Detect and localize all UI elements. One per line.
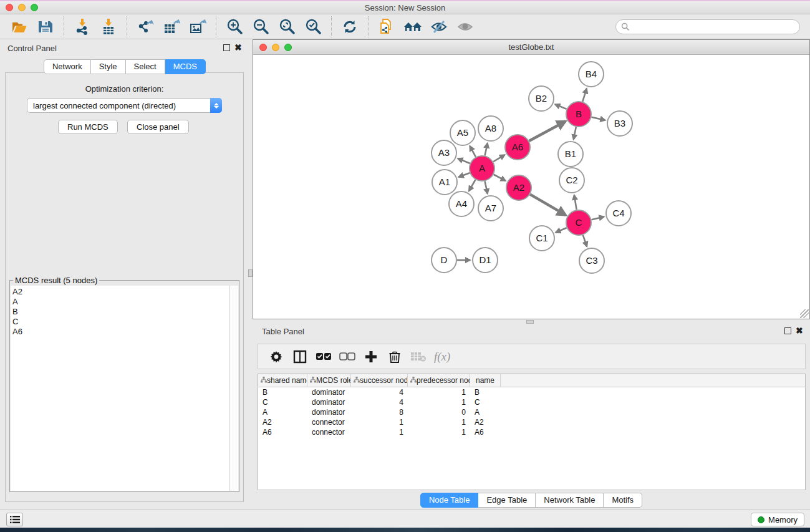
- import-table-icon[interactable]: [98, 16, 119, 37]
- edge-B-B1[interactable]: [574, 127, 576, 140]
- tab-edge-table[interactable]: Edge Table: [478, 493, 536, 508]
- result-list-item[interactable]: A: [12, 297, 229, 307]
- result-list-item[interactable]: A2: [12, 287, 229, 297]
- edge-B-B3[interactable]: [591, 117, 605, 120]
- column-header-predecessor-nodes[interactable]: predecessor nodes: [408, 374, 470, 387]
- network-graph[interactable]: B4B2BB3A5A8A6A3B1AA1A2C2A4A7C4CC1C3DD1: [253, 55, 809, 319]
- edge-B-B2[interactable]: [555, 104, 566, 109]
- toolbar-separator: [368, 16, 369, 37]
- tab-network[interactable]: Network: [44, 59, 91, 74]
- tab-select[interactable]: Select: [126, 59, 165, 74]
- window-resize-grip[interactable]: [800, 309, 809, 318]
- edge-A2-C[interactable]: [530, 195, 566, 215]
- result-list-item[interactable]: A6: [12, 327, 229, 337]
- export-image-icon[interactable]: [187, 16, 208, 37]
- result-list-item[interactable]: C: [12, 317, 229, 327]
- vertical-splitter-handle[interactable]: [248, 269, 253, 277]
- edge-A-A5[interactable]: [470, 146, 476, 157]
- zoom-selected-icon[interactable]: [302, 16, 324, 37]
- close-window-button[interactable]: [6, 4, 13, 11]
- apply-function-icon[interactable]: f(x): [434, 350, 450, 364]
- result-list-item[interactable]: B: [12, 307, 229, 317]
- unselect-all-columns-icon[interactable]: [338, 347, 357, 366]
- horizontal-splitter-handle[interactable]: [526, 320, 534, 324]
- select-all-columns-icon[interactable]: [314, 347, 333, 366]
- mcds-result-group: MCDS result (5 nodes) A2ABCA6: [9, 280, 239, 492]
- mcds-result-title: MCDS result (5 nodes): [13, 276, 99, 285]
- tab-node-table[interactable]: Node Table: [420, 493, 479, 508]
- toolbar-separator: [216, 16, 216, 37]
- table-toolbar: f(x): [258, 344, 806, 369]
- zoom-out-icon[interactable]: [250, 16, 271, 37]
- search-input[interactable]: [615, 19, 800, 34]
- app-titlebar: Session: New Session: [0, 1, 810, 14]
- task-history-button[interactable]: [6, 513, 23, 526]
- close-network-button[interactable]: [259, 44, 267, 51]
- export-network-icon[interactable]: [135, 16, 156, 37]
- minimize-window-button[interactable]: [18, 4, 26, 11]
- mcds-result-list[interactable]: A2ABCA6: [11, 286, 229, 491]
- minimize-network-button[interactable]: [272, 44, 279, 51]
- edge-A-A7[interactable]: [485, 181, 487, 194]
- edge-A-A3[interactable]: [458, 158, 470, 163]
- delete-rows-trash-icon[interactable]: [385, 347, 404, 366]
- edge-C-C4[interactable]: [591, 216, 604, 220]
- hide-selected-eye-icon[interactable]: [428, 16, 450, 37]
- table-row[interactable]: Cdominator41C: [258, 397, 805, 407]
- run-mcds-button[interactable]: Run MCDS: [58, 120, 118, 134]
- close-table-panel-icon[interactable]: ✖: [796, 327, 803, 334]
- table-settings-gear-icon[interactable]: [267, 347, 286, 366]
- table-row[interactable]: A6connector11A6: [258, 427, 805, 437]
- edge-A-A1[interactable]: [459, 173, 470, 177]
- memory-button[interactable]: Memory: [751, 513, 804, 526]
- criterion-dropdown[interactable]: largest connected component (directed): [27, 98, 222, 113]
- close-panel-icon[interactable]: ✖: [234, 44, 242, 51]
- edge-A-A2[interactable]: [494, 175, 506, 181]
- table-row[interactable]: Adominator80A: [258, 407, 805, 417]
- edge-A6-B[interactable]: [529, 121, 565, 141]
- tab-mcds[interactable]: MCDS: [165, 59, 206, 74]
- column-header-successor-nodes[interactable]: successor nodes: [351, 374, 408, 387]
- table-row[interactable]: Bdominator41B: [258, 387, 805, 397]
- maximize-window-button[interactable]: [31, 4, 38, 11]
- node-table[interactable]: shared nameMCDS rolesuccessor nodesprede…: [258, 374, 806, 490]
- close-panel-button[interactable]: Close panel: [127, 120, 189, 134]
- import-network-icon[interactable]: [72, 16, 93, 37]
- table-row[interactable]: A2connector11A2: [258, 417, 805, 427]
- edge-A-A6[interactable]: [493, 155, 504, 162]
- result-list-scrollbar[interactable]: [229, 286, 238, 491]
- edge-A-A8[interactable]: [485, 143, 487, 155]
- show-all-eye-icon[interactable]: [455, 16, 476, 37]
- zoom-fit-icon[interactable]: [276, 16, 297, 37]
- tab-style[interactable]: Style: [91, 59, 126, 74]
- column-header-shared-name[interactable]: shared name: [258, 374, 307, 387]
- home-layout-icon[interactable]: [402, 16, 423, 37]
- edge-C-C3[interactable]: [583, 235, 587, 246]
- open-file-icon[interactable]: [9, 16, 30, 37]
- column-header-MCDS-role[interactable]: MCDS role: [307, 374, 351, 387]
- node-label-B3: B3: [614, 118, 625, 128]
- tab-network-table[interactable]: Network Table: [536, 493, 604, 508]
- edge-B-B4[interactable]: [582, 89, 587, 102]
- clone-network-icon[interactable]: [376, 16, 397, 37]
- column-header-name[interactable]: name: [470, 374, 501, 387]
- add-row-icon[interactable]: [362, 347, 380, 366]
- float-table-panel-icon[interactable]: [784, 327, 791, 334]
- edge-A-A4[interactable]: [469, 180, 475, 191]
- maximize-network-button[interactable]: [284, 44, 292, 51]
- refresh-icon[interactable]: [339, 16, 360, 37]
- edge-C-C2[interactable]: [574, 195, 577, 210]
- control-panel-title: Control Panel: [7, 44, 57, 53]
- network-canvas[interactable]: B4B2BB3A5A8A6A3B1AA1A2C2A4A7C4CC1C3DD1: [253, 55, 809, 319]
- node-label-C: C: [576, 217, 582, 228]
- export-table-icon[interactable]: [161, 16, 182, 37]
- hierarchy-icon: [354, 376, 360, 385]
- network-window-titlebar[interactable]: testGlobe.txt: [253, 40, 809, 55]
- delete-table-icon[interactable]: [409, 347, 428, 366]
- float-panel-icon[interactable]: [223, 44, 230, 51]
- save-session-icon[interactable]: [35, 16, 56, 37]
- zoom-in-icon[interactable]: [224, 16, 245, 37]
- tab-motifs[interactable]: Motifs: [604, 493, 642, 508]
- show-columns-icon[interactable]: [291, 347, 309, 366]
- edge-C-C1[interactable]: [556, 228, 567, 232]
